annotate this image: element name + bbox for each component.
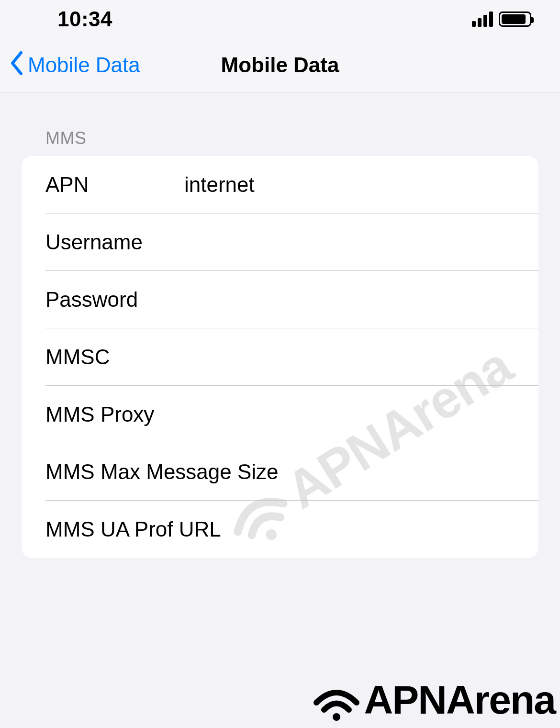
- row-mmsc[interactable]: MMSC: [22, 328, 538, 386]
- battery-icon: [499, 11, 531, 27]
- row-password[interactable]: Password: [22, 271, 538, 328]
- row-username[interactable]: Username: [22, 213, 538, 271]
- row-mms-ua-prof[interactable]: MMS UA Prof URL: [22, 501, 538, 558]
- settings-group: APN Username Password MMSC MMS Proxy MMS…: [22, 156, 538, 558]
- input-mms-ua-prof[interactable]: [221, 501, 538, 558]
- back-button-label: Mobile Data: [28, 53, 140, 77]
- row-mms-max-size[interactable]: MMS Max Message Size: [22, 443, 538, 501]
- label-username: Username: [45, 230, 184, 254]
- input-mms-max-size[interactable]: [279, 443, 538, 501]
- input-apn[interactable]: [184, 156, 538, 213]
- brand-logo: APNArena: [313, 677, 555, 723]
- status-bar: 10:34: [0, 0, 560, 38]
- row-apn[interactable]: APN: [22, 156, 538, 213]
- input-mmsc[interactable]: [184, 328, 538, 386]
- nav-bar: Mobile Data Mobile Data: [0, 38, 560, 92]
- input-username[interactable]: [184, 213, 538, 271]
- back-button[interactable]: Mobile Data: [10, 51, 140, 79]
- input-password[interactable]: [184, 271, 538, 328]
- label-mms-ua-prof: MMS UA Prof URL: [45, 517, 221, 541]
- status-time: 10:34: [57, 7, 112, 31]
- brand-text: APNArena: [364, 677, 555, 723]
- content: APNArena MMS APN Username Password MMSC …: [0, 92, 560, 558]
- label-apn: APN: [45, 173, 184, 197]
- cellular-signal-icon: [472, 11, 493, 27]
- label-mms-max-size: MMS Max Message Size: [45, 460, 279, 484]
- svg-point-1: [333, 713, 340, 721]
- input-mms-proxy[interactable]: [154, 386, 538, 443]
- label-mmsc: MMSC: [45, 345, 184, 369]
- wifi-icon: [313, 679, 360, 722]
- chevron-left-icon: [10, 51, 23, 79]
- label-mms-proxy: MMS Proxy: [45, 403, 154, 426]
- label-password: Password: [45, 288, 184, 312]
- section-header-mms: MMS: [22, 92, 538, 156]
- row-mms-proxy[interactable]: MMS Proxy: [22, 386, 538, 443]
- status-indicators: [472, 11, 531, 27]
